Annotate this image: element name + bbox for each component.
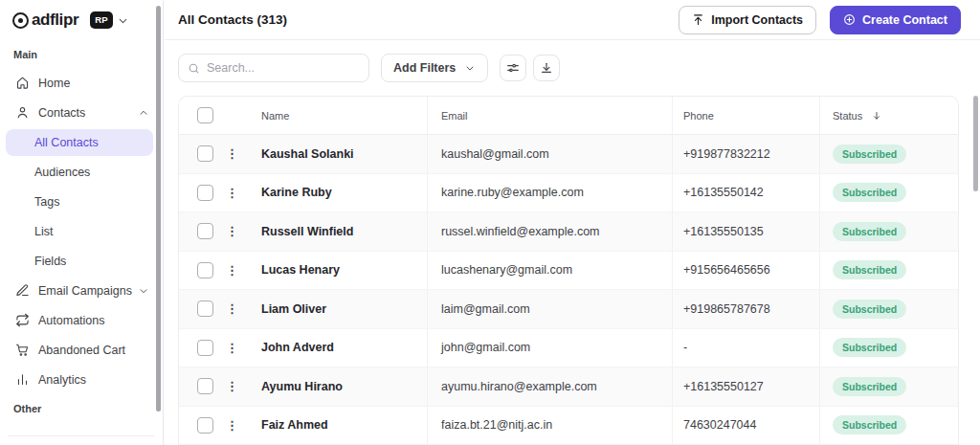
sidebar-subitem-label: Fields <box>34 255 66 268</box>
plus-circle-icon <box>843 13 856 26</box>
chevron-down-icon <box>138 285 149 297</box>
create-contact-button[interactable]: Create Contact <box>830 6 961 34</box>
contact-status-cell: Subscribed <box>819 367 959 406</box>
table-row[interactable]: ⋮ Faiz Ahmed faiza.bt.21@nitj.ac.in 7463… <box>179 407 958 445</box>
sidebar-item-all-contacts[interactable]: All Contacts <box>6 129 153 156</box>
sliders-icon <box>506 61 520 75</box>
add-filters-label: Add Filters <box>393 61 456 75</box>
search-input[interactable] <box>207 61 350 75</box>
status-badge: Subscribed <box>833 338 906 357</box>
row-select-cell: ⋮ <box>179 407 236 445</box>
contact-name: Ayumu Hirano <box>236 367 427 406</box>
sidebar-item-abandoned-cart[interactable]: Abandoned Cart <box>0 335 163 365</box>
workspace-badge[interactable]: RP <box>90 11 113 29</box>
status-badge: Subscribed <box>833 300 906 319</box>
search-box <box>178 54 369 82</box>
sidebar-item-home[interactable]: Home <box>0 68 163 98</box>
import-contacts-label: Import Contacts <box>711 13 803 27</box>
sidebar-item-contacts[interactable]: Contacts <box>0 98 163 127</box>
sidebar-scrollbar[interactable] <box>156 6 161 412</box>
sidebar-item-tags[interactable]: Tags <box>6 189 153 215</box>
download-icon <box>540 61 553 75</box>
sidebar-item-audiences[interactable]: Audiences <box>6 159 153 186</box>
row-checkbox[interactable] <box>197 340 213 356</box>
sidebar-item-label: Contacts <box>38 106 85 120</box>
status-badge: Subscribed <box>833 415 906 434</box>
search-icon <box>188 62 200 75</box>
contact-email: karine.ruby@example.com <box>427 174 672 212</box>
page-scrollbar[interactable] <box>973 96 978 191</box>
add-filters-button[interactable]: Add Filters <box>381 54 488 82</box>
contact-status-cell: Subscribed <box>819 174 959 212</box>
sidebar-item-fields[interactable]: Fields <box>6 248 153 275</box>
row-select-cell: ⋮ <box>179 290 236 328</box>
sidebar-item-analytics[interactable]: Analytics <box>0 365 163 394</box>
table-row[interactable]: ⋮ Kaushal Solanki kaushal@gmail.com +919… <box>179 135 958 174</box>
sidebar-nav: Home Contacts All Contacts Audiences Tag… <box>0 68 163 394</box>
status-badge: Subscribed <box>833 222 906 241</box>
contact-name: Karine Ruby <box>236 174 427 212</box>
contact-phone: +919877832212 <box>672 135 819 173</box>
contacts-icon <box>15 105 30 120</box>
sidebar-item-label: Analytics <box>38 373 86 387</box>
contact-name: Lucas Henary <box>236 252 427 290</box>
row-select-cell: ⋮ <box>179 174 236 212</box>
workspace-chevron-down-icon[interactable] <box>117 14 129 27</box>
contact-status-cell: Subscribed <box>819 252 959 290</box>
contact-phone: 74630247044 <box>672 407 819 445</box>
contact-status-cell: Subscribed <box>819 407 959 445</box>
table-row[interactable]: ⋮ Lucas Henary lucashenary@gmail.com +91… <box>179 252 958 291</box>
status-badge: Subscribed <box>833 260 906 279</box>
table-row[interactable]: ⋮ Karine Ruby karine.ruby@example.com +1… <box>179 174 958 213</box>
contact-email: ayumu.hirano@example.com <box>427 367 672 406</box>
table-row[interactable]: ⋮ John Adverd john@gmail.com - Subscribe… <box>179 329 958 368</box>
row-select-cell: ⋮ <box>179 367 236 406</box>
sidebar-subitem-label: Tags <box>34 195 59 209</box>
contact-phone: +919865787678 <box>672 290 819 328</box>
sidebar-divider <box>8 435 155 436</box>
contact-status-cell: Subscribed <box>819 329 959 367</box>
home-icon <box>15 76 30 90</box>
row-checkbox[interactable] <box>197 417 213 434</box>
export-button[interactable] <box>533 55 560 81</box>
row-checkbox[interactable] <box>197 145 213 162</box>
row-checkbox[interactable] <box>197 262 213 278</box>
contact-name: Faiz Ahmed <box>236 407 427 445</box>
arrow-down-icon <box>871 110 882 122</box>
chevron-down-icon <box>464 62 476 74</box>
table-row[interactable]: ⋮ Ayumu Hirano ayumu.hirano@example.com … <box>179 367 958 407</box>
toolbar: Add Filters <box>178 54 980 82</box>
contact-email: faiza.bt.21@nitj.ac.in <box>427 407 672 445</box>
table-row[interactable]: ⋮ Liam Oliver laim@gmail.com +9198657876… <box>179 290 958 329</box>
contact-phone: +16135550127 <box>672 367 819 406</box>
table-row[interactable]: ⋮ Russell Winfield russel.winfield@examp… <box>179 212 958 252</box>
row-select-cell: ⋮ <box>179 135 236 173</box>
row-checkbox[interactable] <box>197 185 213 201</box>
contact-phone: - <box>672 329 819 367</box>
row-checkbox[interactable] <box>197 378 213 394</box>
contact-email: russel.winfield@example.com <box>427 212 672 251</box>
select-all-checkbox[interactable] <box>197 107 213 123</box>
contact-status-cell: Subscribed <box>819 135 959 173</box>
contact-email: laim@gmail.com <box>427 290 672 328</box>
contacts-table: Name Email Phone Status ⋮ Kaushal Solank… <box>178 96 959 445</box>
sidebar-item-list[interactable]: List <box>6 218 153 245</box>
contact-status-cell: Subscribed <box>819 212 959 251</box>
topbar-actions: Import Contacts Create Contact <box>679 6 961 34</box>
filter-settings-button[interactable] <box>500 55 526 81</box>
sidebar-item-email-campaigns[interactable]: Email Campaigns <box>0 276 163 305</box>
import-contacts-button[interactable]: Import Contacts <box>679 6 816 34</box>
analytics-icon <box>15 372 30 387</box>
main-content: All Contacts (313) Import Contacts Creat… <box>165 0 980 445</box>
status-badge: Subscribed <box>833 183 906 202</box>
sidebar-item-automations[interactable]: Automations <box>0 305 163 335</box>
contact-name: Liam Oliver <box>236 290 427 328</box>
row-checkbox[interactable] <box>197 300 213 317</box>
contact-email: kaushal@gmail.com <box>427 135 672 173</box>
header-status[interactable]: Status <box>819 97 959 134</box>
cart-icon <box>15 343 30 357</box>
contact-phone: +16135550135 <box>672 212 819 251</box>
row-checkbox[interactable] <box>197 223 213 239</box>
sidebar: adflipr RP Main Home Contacts All Contac… <box>0 0 164 445</box>
chevron-up-icon <box>138 107 149 119</box>
